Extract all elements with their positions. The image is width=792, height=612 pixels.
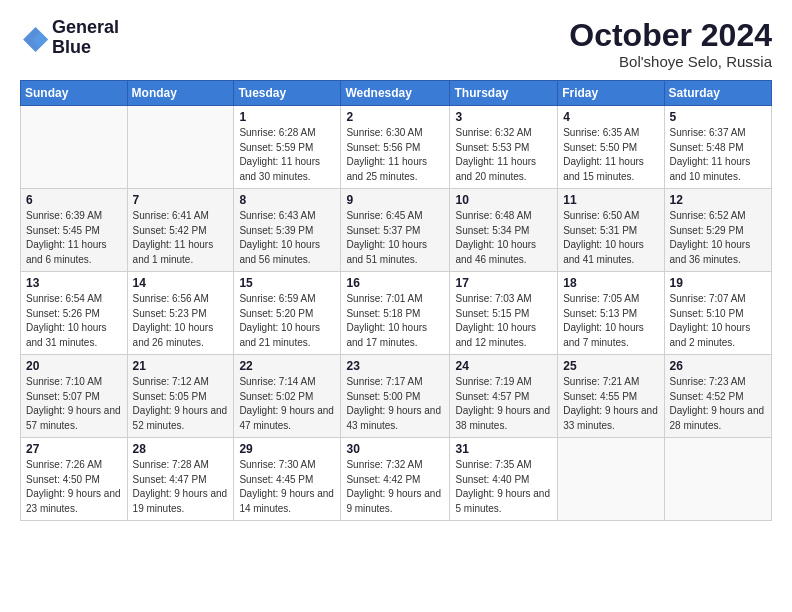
day-number: 15 [239, 276, 335, 290]
header-cell-monday: Monday [127, 81, 234, 106]
day-cell [558, 438, 664, 521]
day-info: Sunrise: 6:50 AM Sunset: 5:31 PM Dayligh… [563, 209, 658, 267]
day-cell: 24Sunrise: 7:19 AM Sunset: 4:57 PM Dayli… [450, 355, 558, 438]
day-info: Sunrise: 7:23 AM Sunset: 4:52 PM Dayligh… [670, 375, 766, 433]
day-number: 4 [563, 110, 658, 124]
day-number: 27 [26, 442, 122, 456]
day-info: Sunrise: 7:12 AM Sunset: 5:05 PM Dayligh… [133, 375, 229, 433]
day-cell [127, 106, 234, 189]
day-info: Sunrise: 6:43 AM Sunset: 5:39 PM Dayligh… [239, 209, 335, 267]
day-info: Sunrise: 6:37 AM Sunset: 5:48 PM Dayligh… [670, 126, 766, 184]
logo: General Blue [20, 18, 119, 58]
day-number: 16 [346, 276, 444, 290]
header-cell-thursday: Thursday [450, 81, 558, 106]
day-cell: 28Sunrise: 7:28 AM Sunset: 4:47 PM Dayli… [127, 438, 234, 521]
day-number: 21 [133, 359, 229, 373]
day-number: 6 [26, 193, 122, 207]
day-cell: 25Sunrise: 7:21 AM Sunset: 4:55 PM Dayli… [558, 355, 664, 438]
day-info: Sunrise: 6:52 AM Sunset: 5:29 PM Dayligh… [670, 209, 766, 267]
day-cell: 11Sunrise: 6:50 AM Sunset: 5:31 PM Dayli… [558, 189, 664, 272]
day-cell: 18Sunrise: 7:05 AM Sunset: 5:13 PM Dayli… [558, 272, 664, 355]
main-title: October 2024 [569, 18, 772, 53]
header-cell-sunday: Sunday [21, 81, 128, 106]
day-info: Sunrise: 6:45 AM Sunset: 5:37 PM Dayligh… [346, 209, 444, 267]
day-number: 18 [563, 276, 658, 290]
day-info: Sunrise: 6:35 AM Sunset: 5:50 PM Dayligh… [563, 126, 658, 184]
day-number: 9 [346, 193, 444, 207]
day-info: Sunrise: 6:28 AM Sunset: 5:59 PM Dayligh… [239, 126, 335, 184]
logo-text: General Blue [52, 18, 119, 58]
day-number: 29 [239, 442, 335, 456]
day-number: 11 [563, 193, 658, 207]
day-number: 26 [670, 359, 766, 373]
day-cell: 3Sunrise: 6:32 AM Sunset: 5:53 PM Daylig… [450, 106, 558, 189]
day-number: 8 [239, 193, 335, 207]
day-number: 28 [133, 442, 229, 456]
subtitle: Bol'shoye Selo, Russia [569, 53, 772, 70]
day-cell: 29Sunrise: 7:30 AM Sunset: 4:45 PM Dayli… [234, 438, 341, 521]
day-cell: 21Sunrise: 7:12 AM Sunset: 5:05 PM Dayli… [127, 355, 234, 438]
calendar-body: 1Sunrise: 6:28 AM Sunset: 5:59 PM Daylig… [21, 106, 772, 521]
header-cell-tuesday: Tuesday [234, 81, 341, 106]
day-info: Sunrise: 6:59 AM Sunset: 5:20 PM Dayligh… [239, 292, 335, 350]
day-cell: 13Sunrise: 6:54 AM Sunset: 5:26 PM Dayli… [21, 272, 128, 355]
day-number: 25 [563, 359, 658, 373]
header-cell-friday: Friday [558, 81, 664, 106]
day-info: Sunrise: 7:17 AM Sunset: 5:00 PM Dayligh… [346, 375, 444, 433]
day-number: 10 [455, 193, 552, 207]
day-cell: 31Sunrise: 7:35 AM Sunset: 4:40 PM Dayli… [450, 438, 558, 521]
day-number: 3 [455, 110, 552, 124]
day-cell: 2Sunrise: 6:30 AM Sunset: 5:56 PM Daylig… [341, 106, 450, 189]
day-cell: 15Sunrise: 6:59 AM Sunset: 5:20 PM Dayli… [234, 272, 341, 355]
day-cell [664, 438, 771, 521]
day-number: 30 [346, 442, 444, 456]
day-cell: 26Sunrise: 7:23 AM Sunset: 4:52 PM Dayli… [664, 355, 771, 438]
day-number: 19 [670, 276, 766, 290]
day-number: 2 [346, 110, 444, 124]
calendar-header: SundayMondayTuesdayWednesdayThursdayFrid… [21, 81, 772, 106]
calendar: SundayMondayTuesdayWednesdayThursdayFrid… [20, 80, 772, 521]
day-number: 5 [670, 110, 766, 124]
header-cell-wednesday: Wednesday [341, 81, 450, 106]
day-number: 22 [239, 359, 335, 373]
day-cell: 22Sunrise: 7:14 AM Sunset: 5:02 PM Dayli… [234, 355, 341, 438]
day-number: 12 [670, 193, 766, 207]
day-cell: 27Sunrise: 7:26 AM Sunset: 4:50 PM Dayli… [21, 438, 128, 521]
day-cell: 16Sunrise: 7:01 AM Sunset: 5:18 PM Dayli… [341, 272, 450, 355]
day-info: Sunrise: 6:39 AM Sunset: 5:45 PM Dayligh… [26, 209, 122, 267]
day-number: 13 [26, 276, 122, 290]
day-cell: 1Sunrise: 6:28 AM Sunset: 5:59 PM Daylig… [234, 106, 341, 189]
day-info: Sunrise: 7:30 AM Sunset: 4:45 PM Dayligh… [239, 458, 335, 516]
day-info: Sunrise: 7:21 AM Sunset: 4:55 PM Dayligh… [563, 375, 658, 433]
day-cell: 7Sunrise: 6:41 AM Sunset: 5:42 PM Daylig… [127, 189, 234, 272]
day-info: Sunrise: 7:03 AM Sunset: 5:15 PM Dayligh… [455, 292, 552, 350]
day-cell: 10Sunrise: 6:48 AM Sunset: 5:34 PM Dayli… [450, 189, 558, 272]
day-cell: 17Sunrise: 7:03 AM Sunset: 5:15 PM Dayli… [450, 272, 558, 355]
day-cell: 14Sunrise: 6:56 AM Sunset: 5:23 PM Dayli… [127, 272, 234, 355]
day-info: Sunrise: 7:28 AM Sunset: 4:47 PM Dayligh… [133, 458, 229, 516]
day-cell: 19Sunrise: 7:07 AM Sunset: 5:10 PM Dayli… [664, 272, 771, 355]
day-cell: 30Sunrise: 7:32 AM Sunset: 4:42 PM Dayli… [341, 438, 450, 521]
day-number: 23 [346, 359, 444, 373]
day-info: Sunrise: 6:32 AM Sunset: 5:53 PM Dayligh… [455, 126, 552, 184]
week-row-1: 1Sunrise: 6:28 AM Sunset: 5:59 PM Daylig… [21, 106, 772, 189]
day-number: 24 [455, 359, 552, 373]
day-info: Sunrise: 7:19 AM Sunset: 4:57 PM Dayligh… [455, 375, 552, 433]
day-info: Sunrise: 7:35 AM Sunset: 4:40 PM Dayligh… [455, 458, 552, 516]
day-info: Sunrise: 7:01 AM Sunset: 5:18 PM Dayligh… [346, 292, 444, 350]
header-row: SundayMondayTuesdayWednesdayThursdayFrid… [21, 81, 772, 106]
day-info: Sunrise: 7:32 AM Sunset: 4:42 PM Dayligh… [346, 458, 444, 516]
day-number: 17 [455, 276, 552, 290]
day-cell [21, 106, 128, 189]
week-row-4: 20Sunrise: 7:10 AM Sunset: 5:07 PM Dayli… [21, 355, 772, 438]
header: General Blue October 2024 Bol'shoye Selo… [20, 18, 772, 70]
day-cell: 20Sunrise: 7:10 AM Sunset: 5:07 PM Dayli… [21, 355, 128, 438]
day-number: 31 [455, 442, 552, 456]
day-info: Sunrise: 6:30 AM Sunset: 5:56 PM Dayligh… [346, 126, 444, 184]
day-number: 1 [239, 110, 335, 124]
day-cell: 5Sunrise: 6:37 AM Sunset: 5:48 PM Daylig… [664, 106, 771, 189]
day-info: Sunrise: 7:05 AM Sunset: 5:13 PM Dayligh… [563, 292, 658, 350]
day-cell: 4Sunrise: 6:35 AM Sunset: 5:50 PM Daylig… [558, 106, 664, 189]
day-cell: 8Sunrise: 6:43 AM Sunset: 5:39 PM Daylig… [234, 189, 341, 272]
week-row-3: 13Sunrise: 6:54 AM Sunset: 5:26 PM Dayli… [21, 272, 772, 355]
